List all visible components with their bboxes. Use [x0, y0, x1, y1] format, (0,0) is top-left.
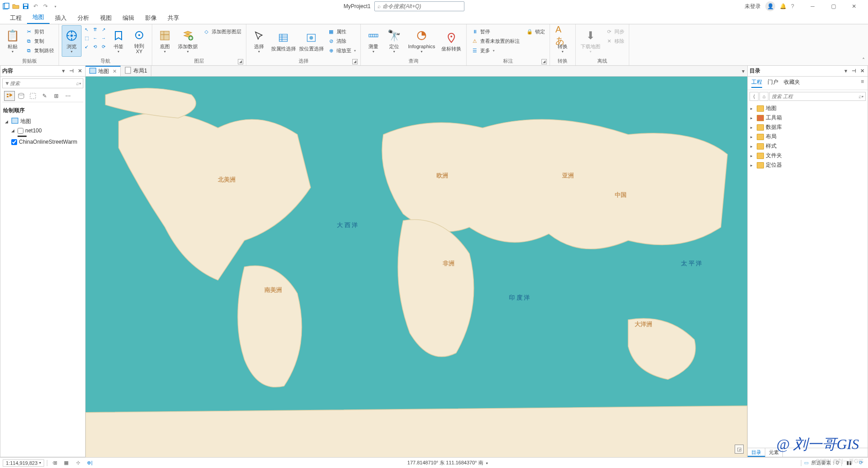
convert-button[interactable]: Aあ 转换 ▾: [553, 25, 573, 57]
contents-options-icon[interactable]: ▾: [60, 68, 67, 75]
map-canvas[interactable]: 北美洲 南美洲 欧洲 非洲 亚洲 中国 大洋洲 大 西 洋 印 度 洋 太 平 …: [86, 77, 747, 457]
more-label-button[interactable]: ☰更多▾: [469, 46, 522, 55]
attributes-button[interactable]: ▦属性: [326, 27, 358, 36]
explore-button[interactable]: 浏览 ▾: [62, 25, 82, 57]
infographics-button[interactable]: Infographics ▾: [405, 25, 438, 57]
qat-customize-icon[interactable]: ▾: [51, 2, 59, 10]
remove-offline-button[interactable]: ✕移除: [604, 36, 626, 45]
catalog-home-icon[interactable]: ⌂: [759, 92, 768, 101]
toc-tab-snap-icon[interactable]: ⊞: [51, 91, 62, 101]
expand-icon[interactable]: ▸: [750, 135, 755, 139]
catalog-node-styles[interactable]: ▸样式: [750, 141, 865, 151]
tab-imagery[interactable]: 影像: [140, 12, 162, 24]
view-unplaced-button[interactable]: ⚠查看未放置的标注: [469, 36, 522, 45]
bookmarks-button[interactable]: 书签 ▾: [109, 25, 128, 57]
expand-icon[interactable]: ▸: [750, 125, 755, 130]
contents-close-icon[interactable]: ✕: [76, 68, 83, 75]
nav-nw-icon[interactable]: ↖: [82, 25, 91, 33]
tab-analysis[interactable]: 分析: [72, 12, 95, 24]
add-data-button[interactable]: 添加数据 ▾: [176, 25, 200, 57]
toc-layer-net100[interactable]: ◢ net100: [9, 127, 82, 135]
expand-icon[interactable]: ◢: [11, 128, 16, 133]
coord-conv-button[interactable]: 坐标转换: [439, 25, 464, 57]
maximize-button[interactable]: ▢: [823, 0, 844, 13]
close-button[interactable]: ✕: [844, 0, 864, 13]
user-icon[interactable]: 👤: [765, 1, 775, 11]
layer-checkbox[interactable]: [11, 139, 17, 145]
qat-new-icon[interactable]: [2, 2, 10, 10]
clear-sel-button[interactable]: ⊘清除: [326, 36, 358, 45]
goto-xy-button[interactable]: 转到 XY: [129, 25, 149, 57]
view-tab-map[interactable]: 地图 ✕: [86, 66, 121, 76]
nav-back-icon[interactable]: ⟲: [91, 42, 99, 50]
catalog-node-databases[interactable]: ▸数据库: [750, 123, 865, 132]
nav-arrows[interactable]: ↖⇈↗ ⬚←→ ↙⟲⟳: [82, 25, 108, 50]
catalog-node-maps[interactable]: ▸地图: [750, 104, 865, 113]
nav-full-icon[interactable]: ⬚: [82, 34, 91, 42]
expand-icon[interactable]: ▸: [750, 154, 755, 158]
layer-launcher-icon[interactable]: ◢: [238, 59, 243, 64]
catalog-node-layouts[interactable]: ▸布局: [750, 132, 865, 141]
catalog-tab-project[interactable]: 工程: [751, 78, 762, 88]
toc-layer-basemap[interactable]: ChinaOnlineStreetWarm: [9, 138, 82, 146]
tab-share[interactable]: 共享: [162, 12, 185, 24]
zoom-to-button[interactable]: ⊕缩放至▾: [326, 46, 358, 55]
toc-tab-selection-icon[interactable]: [27, 91, 38, 101]
catalog-back-icon[interactable]: ⟨: [750, 92, 759, 101]
status-btn-3-icon[interactable]: ⊹: [73, 459, 82, 467]
locate-button[interactable]: 🔭 定位 ▾: [384, 25, 404, 57]
map-navigator-icon[interactable]: ◲: [735, 445, 744, 454]
catalog-node-toolboxes[interactable]: ▸工具箱: [750, 113, 865, 123]
catalog-options-icon[interactable]: ▾: [842, 68, 850, 75]
copy-button[interactable]: ⧉复制: [23, 36, 56, 45]
qat-undo-icon[interactable]: ↶: [32, 2, 40, 10]
selection-launcher-icon[interactable]: ◢: [352, 59, 358, 64]
catalog-tab-favorites[interactable]: 收藏夹: [784, 78, 800, 88]
help-icon[interactable]: ?: [791, 3, 794, 9]
expand-icon[interactable]: ▸: [750, 144, 755, 149]
command-search-input[interactable]: [382, 3, 461, 9]
coords-display[interactable]: 177.8148710° 东 111.1684370° 南 ▾: [407, 460, 488, 465]
status-btn-1-icon[interactable]: ·⊞: [50, 459, 59, 467]
qat-open-icon[interactable]: [12, 2, 20, 10]
copy-path-button[interactable]: ⧉复制路径: [23, 46, 56, 55]
minimize-button[interactable]: ─: [802, 0, 823, 13]
catalog-search-input[interactable]: [772, 94, 859, 99]
catalog-close-icon[interactable]: ✕: [859, 68, 866, 75]
nav-next-icon[interactable]: →: [100, 34, 108, 42]
catalog-menu-icon[interactable]: ≡: [861, 78, 864, 88]
lock-label-button[interactable]: 🔒锁定: [524, 27, 547, 36]
nav-sw-icon[interactable]: ↙: [82, 42, 91, 50]
measure-button[interactable]: 测量 ▾: [364, 25, 383, 57]
view-tab-layout[interactable]: 布局1: [121, 66, 151, 76]
bottom-tab-catalog[interactable]: 目录: [748, 448, 765, 457]
nav-fwd-icon[interactable]: ⟳: [100, 42, 108, 50]
catalog-node-folders[interactable]: ▸文件夹: [750, 151, 865, 160]
toc-tab-more-icon[interactable]: ⋯: [63, 91, 73, 101]
contents-search-input[interactable]: [10, 81, 76, 86]
pause-label-button[interactable]: ⏸暂停: [469, 27, 522, 36]
tab-view[interactable]: 视图: [95, 12, 117, 24]
tab-insert[interactable]: 插入: [50, 12, 72, 24]
nav-ne-icon[interactable]: ↗: [100, 25, 108, 33]
status-btn-snap-icon[interactable]: ⊕|: [85, 459, 94, 467]
search-icon[interactable]: ⌕: [859, 93, 862, 100]
labeling-launcher-icon[interactable]: ◢: [541, 59, 547, 64]
catalog-pin-icon[interactable]: ⊣: [850, 68, 858, 75]
status-btn-2-icon[interactable]: ▦: [62, 459, 71, 467]
search-icon[interactable]: ⌕: [76, 80, 79, 86]
toc-tab-edit-icon[interactable]: ✎: [39, 91, 50, 101]
command-search[interactable]: ⌕: [374, 1, 464, 11]
search-dd-icon[interactable]: ▾: [862, 95, 863, 99]
cut-button[interactable]: ✂剪切: [23, 27, 56, 36]
download-map-button[interactable]: ⬇ 下载地图 ▾: [578, 25, 603, 57]
view-options-icon[interactable]: ▾: [739, 68, 747, 74]
toc-tab-drawing-icon[interactable]: [4, 91, 15, 101]
tab-map[interactable]: 地图: [27, 11, 50, 24]
tab-close-icon[interactable]: ✕: [113, 68, 117, 74]
ribbon-collapse-icon[interactable]: ˄: [859, 24, 868, 65]
select-button[interactable]: 选择 ▾: [249, 25, 269, 57]
qat-save-icon[interactable]: [22, 2, 30, 10]
expand-icon[interactable]: ▸: [750, 163, 755, 168]
nav-n-icon[interactable]: ⇈: [91, 25, 99, 33]
